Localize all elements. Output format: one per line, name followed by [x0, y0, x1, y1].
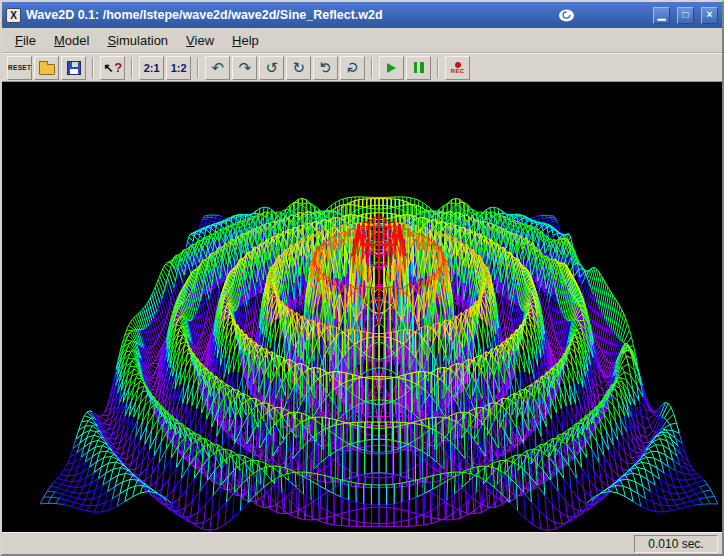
rotate-cw-button[interactable]: ↻ — [286, 56, 311, 80]
sim-time-display: 0.010 sec. — [634, 535, 718, 553]
pause-icon — [414, 62, 424, 73]
menu-item-simulation[interactable]: Simulation — [99, 30, 176, 51]
toolbar-separator — [197, 58, 199, 78]
menu-item-view[interactable]: View — [178, 30, 222, 51]
toolbar-separator — [437, 58, 439, 78]
maximize-button[interactable]: □ — [677, 7, 694, 24]
statusbar: 0.010 sec. — [2, 532, 722, 554]
menu-item-model[interactable]: Model — [46, 30, 97, 51]
swirl-icon — [558, 8, 575, 23]
window-title: Wave2D 0.1: /home/lstepe/wave2d/wave2d/S… — [26, 8, 553, 22]
zoom-1-2-label: 1:2 — [171, 62, 187, 74]
play-button[interactable] — [379, 56, 404, 80]
rotate-left-icon: ↶ — [211, 60, 224, 75]
pointer-arrow-icon: ↖ — [103, 61, 113, 75]
menu-item-file[interactable]: File — [7, 30, 44, 51]
zoom-2-1-label: 2:1 — [144, 62, 160, 74]
toolbar-separator — [92, 58, 94, 78]
tilt-down-icon: ↻ — [345, 61, 360, 74]
toolbar-separator — [371, 58, 373, 78]
tilt-up-icon: ↺ — [318, 61, 333, 74]
rotate-left-button[interactable]: ↶ — [205, 56, 230, 80]
pause-button[interactable] — [406, 56, 431, 80]
wave2d-window: X Wave2D 0.1: /home/lstepe/wave2d/wave2d… — [0, 0, 724, 556]
record-button[interactable]: REC — [445, 56, 470, 80]
rotate-ccw-icon: ↺ — [265, 60, 278, 75]
save-file-button[interactable] — [61, 56, 86, 80]
open-folder-icon — [39, 64, 55, 75]
whats-this-button[interactable]: ↖ ? — [100, 56, 125, 80]
tilt-down-button[interactable]: ↻ — [340, 56, 365, 80]
close-button[interactable]: × — [701, 7, 718, 24]
menubar: File Model Simulation View Help — [2, 28, 722, 53]
minimize-button[interactable]: ▁ — [653, 7, 670, 24]
record-label: REC — [451, 68, 465, 74]
toolbar-separator — [131, 58, 133, 78]
question-mark-icon: ? — [114, 60, 122, 75]
reset-button[interactable]: RESET — [7, 56, 32, 80]
rotate-right-button[interactable]: ↷ — [232, 56, 257, 80]
zoom-2-1-button[interactable]: 2:1 — [139, 56, 164, 80]
reset-label: RESET — [8, 64, 31, 71]
menu-item-help[interactable]: Help — [224, 30, 267, 51]
titlebar[interactable]: X Wave2D 0.1: /home/lstepe/wave2d/wave2d… — [2, 2, 722, 28]
rotate-cw-icon: ↻ — [292, 60, 305, 75]
open-file-button[interactable] — [34, 56, 59, 80]
save-floppy-icon — [67, 61, 81, 75]
wave-canvas[interactable] — [2, 82, 722, 532]
rotate-ccw-button[interactable]: ↺ — [259, 56, 284, 80]
rotate-right-icon: ↷ — [238, 60, 251, 75]
x11-app-icon[interactable]: X — [6, 8, 21, 23]
zoom-1-2-button[interactable]: 1:2 — [166, 56, 191, 80]
simulation-viewport — [2, 82, 722, 532]
tilt-up-button[interactable]: ↺ — [313, 56, 338, 80]
toolbar: RESET ↖ ? 2:1 1:2 ↶ ↷ ↺ ↻ — [2, 53, 722, 82]
play-icon — [387, 63, 396, 73]
